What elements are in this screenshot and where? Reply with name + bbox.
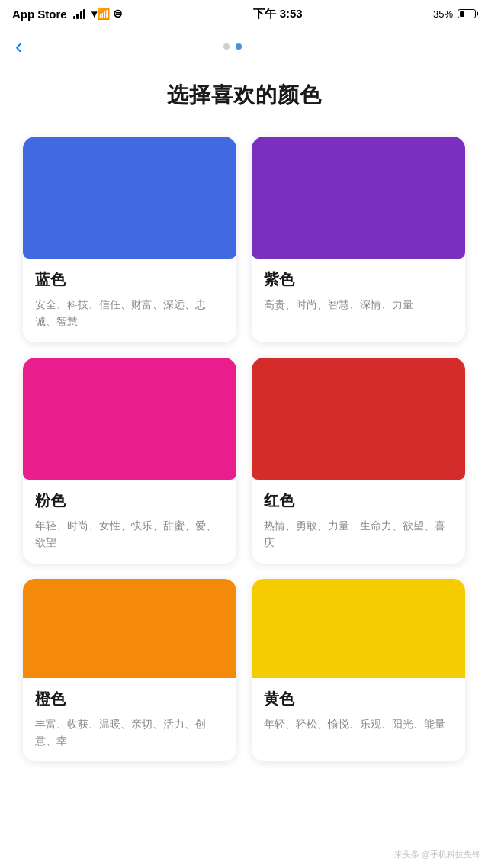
signal-icon	[73, 8, 86, 19]
card-desc-yellow: 年轻、轻松、愉悦、乐观、阳光、能量	[264, 715, 453, 732]
card-info-purple: 紫色 高贵、时尚、智慧、深情、力量	[252, 259, 465, 325]
card-title-yellow: 黄色	[264, 689, 453, 709]
carrier-text: App Store	[12, 8, 67, 21]
card-desc-red: 热情、勇敢、力量、生命力、欲望、喜庆	[264, 517, 453, 551]
color-card-red[interactable]: 红色 热情、勇敢、力量、生命力、欲望、喜庆	[252, 358, 465, 564]
main-content: 选择喜欢的颜色 蓝色 安全、科技、信任、财富、深远、忠诚、智慧 紫色 高贵、时尚…	[0, 66, 488, 784]
card-title-red: 红色	[264, 490, 453, 511]
page-dot-2	[236, 43, 242, 50]
card-info-pink: 粉色 年轻、时尚、女性、快乐、甜蜜、爱、欲望	[23, 480, 236, 564]
card-title-blue: 蓝色	[35, 269, 224, 290]
color-card-yellow[interactable]: 黄色 年轻、轻松、愉悦、乐观、阳光、能量	[252, 579, 465, 762]
battery-percent: 35%	[433, 8, 453, 20]
color-block-orange	[23, 579, 236, 678]
battery-icon	[458, 9, 476, 18]
carrier-label: App Store ▾📶 ⊜	[12, 7, 123, 21]
color-block-purple	[252, 137, 465, 259]
card-info-red: 红色 热情、勇敢、力量、生命力、欲望、喜庆	[252, 480, 465, 564]
card-info-orange: 橙色 丰富、收获、温暖、亲切、活力、创意、幸	[23, 678, 236, 762]
color-card-orange[interactable]: 橙色 丰富、收获、温暖、亲切、活力、创意、幸	[23, 579, 236, 762]
status-right: 35%	[433, 8, 476, 20]
watermark: 来头条 @手机科技先锋	[394, 849, 480, 860]
color-block-red	[252, 358, 465, 480]
color-block-yellow	[252, 579, 465, 678]
wifi-symbol: ⊜	[113, 7, 123, 21]
card-info-blue: 蓝色 安全、科技、信任、财富、深远、忠诚、智慧	[23, 259, 236, 342]
page-dot-1	[223, 43, 230, 50]
card-desc-blue: 安全、科技、信任、财富、深远、忠诚、智慧	[35, 296, 224, 330]
color-cards-grid-bottom: 橙色 丰富、收获、温暖、亲切、活力、创意、幸 黄色 年轻、轻松、愉悦、乐观、阳光…	[23, 579, 465, 762]
page-title: 选择喜欢的颜色	[23, 81, 465, 110]
card-desc-pink: 年轻、时尚、女性、快乐、甜蜜、爱、欲望	[35, 517, 224, 551]
card-desc-orange: 丰富、收获、温暖、亲切、活力、创意、幸	[35, 715, 224, 750]
back-button[interactable]: ‹	[15, 36, 22, 57]
nav-bar: ‹	[0, 27, 488, 66]
wifi-icon: ▾📶	[92, 8, 110, 20]
color-card-blue[interactable]: 蓝色 安全、科技、信任、财富、深远、忠诚、智慧	[23, 137, 236, 342]
card-title-orange: 橙色	[35, 689, 224, 709]
card-title-purple: 紫色	[264, 269, 453, 290]
card-title-pink: 粉色	[35, 490, 224, 511]
color-card-pink[interactable]: 粉色 年轻、时尚、女性、快乐、甜蜜、爱、欲望	[23, 358, 236, 564]
color-cards-grid: 蓝色 安全、科技、信任、财富、深远、忠诚、智慧 紫色 高贵、时尚、智慧、深情、力…	[23, 137, 465, 564]
color-card-purple[interactable]: 紫色 高贵、时尚、智慧、深情、力量	[252, 137, 465, 342]
color-block-pink	[23, 358, 236, 480]
page-indicators	[223, 43, 242, 50]
color-block-blue	[23, 137, 236, 259]
status-time: 下午 3:53	[253, 7, 302, 21]
status-bar: App Store ▾📶 ⊜ 下午 3:53 35%	[0, 0, 488, 27]
card-desc-purple: 高贵、时尚、智慧、深情、力量	[264, 296, 453, 313]
card-info-yellow: 黄色 年轻、轻松、愉悦、乐观、阳光、能量	[252, 678, 465, 744]
